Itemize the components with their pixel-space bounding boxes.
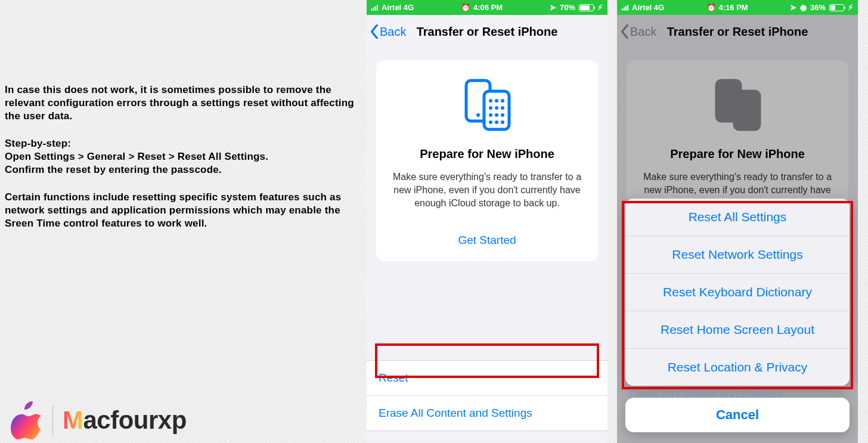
svg-point-8 xyxy=(501,106,504,110)
reset-opt-home-layout[interactable]: Reset Home Screen Layout xyxy=(625,311,850,349)
svg-point-12 xyxy=(489,120,492,124)
article-para-1: In case this does not work, it is someti… xyxy=(5,83,362,123)
location-icon: ➤ xyxy=(550,3,556,12)
logo-rest: acfourxp xyxy=(83,406,187,435)
reset-opt-all-settings[interactable]: Reset All Settings xyxy=(625,199,850,236)
svg-point-1 xyxy=(476,113,480,117)
svg-point-10 xyxy=(495,113,498,117)
page-title: Transfer or Reset iPhone xyxy=(417,25,558,39)
iphone-screenshot-1: Airtel 4G ⏰ 4:06 PM ➤ 70% ⚡︎ Back Transf… xyxy=(367,0,607,443)
reset-opt-location-privacy[interactable]: Reset Location & Privacy xyxy=(625,349,850,386)
svg-point-11 xyxy=(501,113,504,117)
logo-letter-m: M xyxy=(63,406,83,435)
alarm-icon: ⏰ xyxy=(706,3,716,12)
get-started-button[interactable]: Get Started xyxy=(388,234,586,247)
article-para-3: Certain functions include resetting spec… xyxy=(5,191,362,230)
iphone-screenshot-2: Airtel 4G ⏰ 4:16 PM ➤ ◉ 36% ⚡︎ Back Tran… xyxy=(617,0,858,443)
apple-gradient-icon xyxy=(11,401,43,439)
site-logo: Macfourxp xyxy=(11,401,187,439)
back-button[interactable]: Back xyxy=(370,24,406,39)
bottom-options-list: Reset Erase All Content and Settings xyxy=(367,360,607,431)
svg-point-13 xyxy=(495,120,498,124)
reset-opt-keyboard[interactable]: Reset Keyboard Dictionary xyxy=(625,274,850,311)
back-label: Back xyxy=(380,25,406,39)
clock-time: 4:16 PM xyxy=(719,3,748,12)
signal-icon xyxy=(622,4,628,11)
location-icon: ➤ xyxy=(790,3,796,12)
svg-point-4 xyxy=(495,99,498,103)
svg-point-9 xyxy=(489,113,492,117)
clock-time: 4:06 PM xyxy=(473,3,503,12)
two-phones-icon xyxy=(461,78,513,132)
logo-divider xyxy=(52,405,53,436)
signal-icon xyxy=(371,4,378,11)
svg-point-5 xyxy=(501,99,504,103)
status-bar: Airtel 4G ⏰ 4:16 PM ➤ ◉ 36% ⚡︎ xyxy=(617,0,858,15)
prepare-card: Prepare for New iPhone Make sure everyth… xyxy=(376,60,598,261)
reset-opt-network[interactable]: Reset Network Settings xyxy=(625,236,850,274)
battery-icon xyxy=(829,4,844,11)
carrier-label: Airtel 4G xyxy=(382,3,414,12)
carrier-label: Airtel 4G xyxy=(632,3,664,12)
reset-row[interactable]: Reset xyxy=(367,361,607,396)
battery-pct: 70% xyxy=(560,3,575,12)
erase-row[interactable]: Erase All Content and Settings xyxy=(367,396,607,430)
battery-pct: 36% xyxy=(810,3,826,12)
cancel-button[interactable]: Cancel xyxy=(625,398,850,432)
svg-point-6 xyxy=(489,106,492,110)
nav-bar: Back Transfer or Reset iPhone xyxy=(367,15,607,48)
svg-point-3 xyxy=(489,99,492,103)
reset-action-sheet: Reset All Settings Reset Network Setting… xyxy=(625,199,850,386)
alarm-icon: ⏰ xyxy=(461,3,470,12)
svg-point-14 xyxy=(501,120,504,124)
article-column: In case this does not work, it is someti… xyxy=(0,0,367,443)
charging-icon: ⚡︎ xyxy=(597,3,603,12)
article-para-2: Step-by-step: Open Settings > General > … xyxy=(5,137,362,176)
chevron-left-icon xyxy=(370,24,379,39)
logo-wordmark: Macfourxp xyxy=(63,406,187,435)
charging-icon: ⚡︎ xyxy=(848,3,853,12)
battery-icon xyxy=(579,4,594,11)
status-bar: Airtel 4G ⏰ 4:06 PM ➤ 70% ⚡︎ xyxy=(367,0,607,15)
card-heading: Prepare for New iPhone xyxy=(388,147,586,161)
svg-point-7 xyxy=(495,106,498,110)
compass-icon: ◉ xyxy=(800,3,807,12)
card-desc: Make sure everything's ready to transfer… xyxy=(388,171,586,210)
